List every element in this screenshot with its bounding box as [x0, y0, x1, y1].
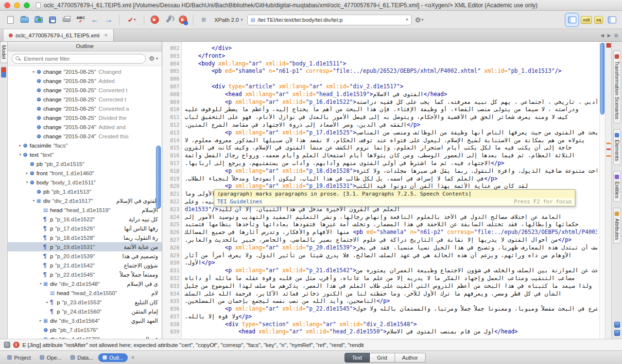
print-button[interactable] — [60, 14, 73, 26]
spell-check-button[interactable]: ABC ✔ — [74, 14, 87, 26]
warning-marker[interactable] — [606, 143, 611, 144]
open-file-button[interactable] — [18, 14, 31, 26]
code-line[interactable]: d1e1533"/>العلم في القرون الأخيرة مدخل ف… — [185, 206, 597, 214]
code-line[interactable]: </div> — [185, 45, 597, 52]
xslt-button[interactable]: xslt — [581, 16, 592, 24]
code-line[interactable]: .الأول</p> — [185, 259, 597, 267]
scrollbar-thumb[interactable] — [600, 43, 605, 115]
code-line[interactable]: .من أحوال الفتوى لا يدريها إلا نقابة في … — [185, 236, 597, 244]
code-line[interactable]: <head xml:lang="ar" xml:id="head_1.d1e15… — [185, 91, 597, 99]
outline-item-p[interactable]: ¶p"p_21.d1e1542"شؤون الاجتماع — [8, 261, 162, 270]
outline-item-pb[interactable]: pb"pb_7.d1e1576" — [8, 325, 162, 334]
code-line[interactable]: <p xml:lang="ar" xml:id="p_21.d1e1542">إ… — [185, 267, 597, 275]
code-line[interactable]: .الفقه في الدين، وسر الأصعاد إلى ذروة ال… — [185, 121, 597, 129]
helper-view-icon[interactable] — [614, 330, 620, 336]
expand-arrow-icon[interactable]: ▸ — [24, 171, 30, 175]
code-line[interactable]: </front> — [185, 52, 597, 60]
outline-item-front[interactable]: ▸front"front_1.d1e1460" — [8, 168, 162, 178]
xquery-button[interactable]: xq — [594, 16, 603, 24]
code-line[interactable]: .الاجتهاد فيه، ثم ما اشترط في أولي الفتو… — [185, 160, 597, 167]
code-line[interactable]: .في العلم كما لا إسراف في اسمه، بل لكل ط… — [185, 175, 597, 183]
code-line[interactable]: .ولا قوة إلا بالله</p> — [185, 313, 597, 321]
redo-button[interactable]: → — [103, 14, 115, 26]
side-tab-entities[interactable]: Entities — [613, 171, 621, 202]
side-tab-transformation-scenarios[interactable]: Transformation Scenarios — [613, 50, 621, 123]
outline-item-p[interactable]: ▸¶p"p_23.d1e1553"كان التبليغ — [8, 298, 162, 307]
code-line[interactable]: <p xml:lang="ar" xml:id="p_17.d1e1525">ل… — [185, 129, 597, 137]
code-line[interactable]: <pb ed="shamela" n="n61-p1" corresp="fil… — [185, 67, 597, 75]
bottom-tab-data[interactable]: Data... — [66, 353, 97, 362]
message-source-icon[interactable] — [4, 342, 10, 348]
code-line[interactable]: حكمائها وإبطالها، فقد تختلف السابقة عن ا… — [185, 221, 597, 229]
expand-arrow-icon[interactable]: ▸ — [17, 143, 23, 148]
outline-item-change[interactable]: change"2015-08-25"Converted a — [8, 104, 162, 113]
views-button[interactable] — [605, 14, 618, 26]
code-line[interactable]: العامة عن اختلاف مصالح الدول في الأخذ با… — [185, 214, 597, 221]
outline-item-p[interactable]: ¶p"p_24.d1e1560"إمام المتقن — [8, 307, 162, 316]
mode-button-grid[interactable]: Grid — [370, 353, 395, 363]
tab-list-icon[interactable]: ≡ — [614, 32, 618, 39]
outline-item-body[interactable]: ▾body"body_1.d1e1511" — [8, 178, 162, 187]
code-line[interactable]: <head xml:lang="ar" xml:id="head_2.d1e15… — [185, 328, 597, 336]
outline-item-change[interactable]: change"2015-08-25"Divided the — [8, 113, 162, 122]
code-line[interactable]: الشأن في كل قطر ومصر، ويعرفهم ما ترك الأ… — [185, 290, 597, 298]
open-url-button[interactable] — [32, 14, 45, 26]
tab-close-icon[interactable]: × — [104, 32, 108, 39]
settings-button[interactable]: ⚙ ▾ — [413, 14, 426, 26]
toggle-panel-button[interactable] — [566, 14, 578, 26]
code-area[interactable]: </div> </front> <body xml:lang="ar" xml:… — [182, 42, 599, 339]
bottom-tab-project[interactable]: Project — [3, 353, 35, 362]
warning-marker[interactable] — [606, 155, 611, 157]
new-document-button[interactable] — [4, 14, 17, 26]
code-line[interactable]: الثلاثة العظام، ثم فيما بعدها إلى العصور… — [185, 152, 597, 160]
minimize-window-icon[interactable] — [14, 2, 20, 8]
bottom-tab-outl[interactable]: Outl... — [98, 353, 128, 362]
validate-button[interactable]: ✔ ▾ — [123, 14, 140, 26]
editor-scrollbar[interactable] — [599, 42, 605, 339]
outline-item-change[interactable]: change"2015-08-24"Created this — [8, 132, 162, 141]
side-tab-elements[interactable]: Elements — [613, 129, 621, 165]
element-filter-input[interactable] — [12, 54, 146, 64]
outline-settings-button[interactable]: ⚙ ▾ — [149, 55, 158, 62]
validation-status-icon[interactable] — [606, 43, 611, 48]
code-line[interactable]: يتولاه من هم بمكانة من الاستنابة لشيخ ال… — [185, 137, 597, 145]
outline-item-div[interactable]: ▸▦div"div_4.d1e1579"في العهد — [8, 334, 162, 339]
helper-view-icon[interactable] — [614, 322, 620, 328]
nav-forward-icon[interactable]: ▶ — [607, 33, 611, 38]
outline-item-p[interactable]: ¶p"p_17.d1e1525"رفها الناس أنها — [8, 224, 162, 233]
code-line[interactable]: منها الأفهام والأفكار، وتدرس آثارها في ج… — [185, 229, 597, 236]
close-window-icon[interactable] — [4, 2, 10, 8]
code-line[interactable]: <p xml:lang="ar" xml:id="p_20.d1e1539">و… — [185, 244, 597, 252]
outline-item-head[interactable]: ▤head"head_2.d1e1550"لام — [8, 288, 162, 298]
outline-item-facsimile[interactable]: ▸facsimile"facs" — [8, 141, 162, 150]
close-view-icon[interactable]: × — [131, 354, 135, 361]
outline-item-div[interactable]: ▾▦div"div_2.d1e1548"ى في الإسلام — [8, 279, 162, 288]
apply-transformation-button[interactable]: ▶ — [148, 14, 161, 26]
mode-button-author[interactable]: Author — [395, 353, 426, 363]
expand-arrow-icon[interactable]: ▾ — [31, 199, 36, 203]
outline-item-change[interactable]: change"2015-08-25"Converted t — [8, 85, 162, 95]
code-line[interactable]: ودراسته ، لا سيما من يتولى منصب القضاء، … — [185, 106, 597, 114]
outline-item-pb[interactable]: pb"pb_2.d1e1515" — [8, 159, 162, 168]
editor-tab[interactable]: oclc_4770057679-i_61.TEIP5.xml × — [3, 29, 114, 41]
outline-item-p[interactable]: ¶p"p_22.d1e1545"وممتعاً جملاً جملاً — [8, 270, 162, 279]
undo-button[interactable]: ← — [88, 14, 101, 26]
code-line[interactable]: .الناصحين، وأيد الله من نصب نفسه ليجمع ب… — [185, 298, 597, 305]
outline-item-div[interactable]: ▸▦div"div_3.d1e1564"العهد النبوي — [8, 316, 162, 325]
outline-item-p[interactable]: ¶p"p_18.d1e1528"رة النقول، ربما — [8, 233, 162, 242]
xpath-version-selector[interactable]: XPath 2.0 ▾ — [211, 16, 246, 24]
outline-item-change[interactable]: change"2015-08-25"Corrected t — [8, 95, 162, 104]
outline-item-p[interactable]: ¶p"p_20.d1e1539"وتصميم في هذا — [8, 251, 162, 261]
outline-item-pb[interactable]: pb"pb_1.d1e1513" — [8, 187, 162, 196]
bottom-tab-ope[interactable]: Ope... — [35, 353, 66, 362]
outline-item-div[interactable]: ▾▦div"div_2.d1e1517"الفتوى في الإسلام — [8, 196, 162, 205]
mode-button-text[interactable]: Text — [345, 353, 370, 363]
expand-arrow-icon[interactable]: ▸ — [38, 337, 43, 339]
code-line[interactable]: ولذا سيعد ما كتبناه في هذا البحث من أعظم… — [185, 282, 597, 290]
configure-transformation-button[interactable] — [162, 14, 175, 26]
element-breadcrumb[interactable]: ▤ /tei:TEI/tei:text/tei:body/tei:div/tei… — [247, 15, 412, 25]
code-line[interactable]: <div type="section" xml:lang="ar" xml:id… — [185, 321, 597, 329]
code-line[interactable]: <div type="article" xml:lang="ar" xml:id… — [185, 83, 597, 91]
outline-toggle-button[interactable]: ≡ — [197, 14, 210, 26]
expand-arrow-icon[interactable]: ▾ — [24, 180, 30, 184]
